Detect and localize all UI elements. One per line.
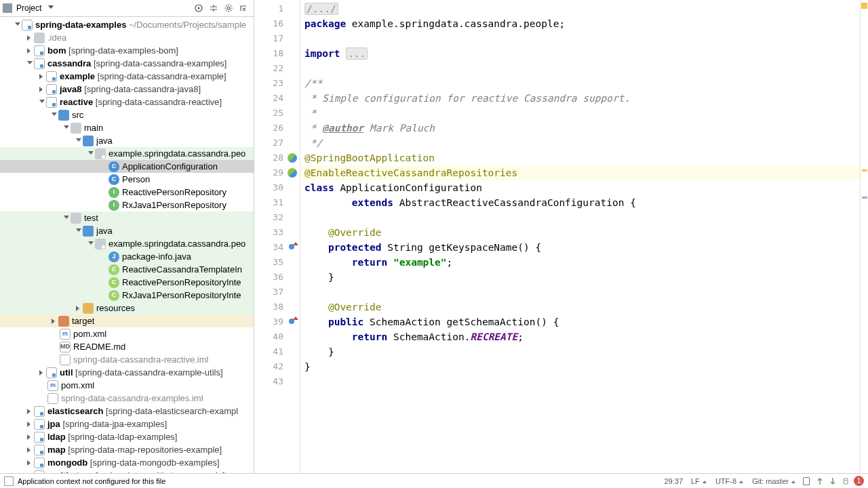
- chevron-down-icon[interactable]: [76, 228, 81, 234]
- code-line[interactable]: @SpringBootApplication: [300, 150, 860, 165]
- gutter-line[interactable]: 43: [254, 374, 300, 389]
- chevron-down-icon[interactable]: [76, 138, 81, 144]
- code-line[interactable]: * @author Mark Paluch: [300, 121, 860, 136]
- chevron-down-icon[interactable]: [64, 125, 69, 131]
- gutter-line[interactable]: 35: [254, 255, 300, 270]
- file-encoding[interactable]: UTF-8: [715, 477, 744, 485]
- gutter-line[interactable]: 34: [254, 240, 300, 255]
- stripe-mark[interactable]: [862, 169, 867, 171]
- tree-row[interactable]: MDREADME.md: [0, 340, 254, 353]
- tree-row[interactable]: cassandra [spring-data-cassandra-example…: [0, 57, 254, 70]
- caret-position[interactable]: 29:37: [664, 477, 683, 485]
- tree-row[interactable]: util [spring-data-cassandra-example-util…: [0, 366, 254, 379]
- line-separator[interactable]: LF: [691, 477, 707, 485]
- stripe-mark[interactable]: [862, 197, 867, 199]
- gutter-line[interactable]: 27: [254, 136, 300, 150]
- error-stripe[interactable]: [860, 0, 868, 473]
- tree-row[interactable]: map [spring-data-map-repositories-exampl…: [0, 443, 254, 456]
- chevron-right-icon[interactable]: [27, 48, 33, 54]
- chevron-right-icon[interactable]: [39, 74, 45, 79]
- gutter-line[interactable]: 32: [254, 210, 300, 225]
- gutter-line[interactable]: 22: [254, 61, 300, 76]
- code-line[interactable]: import ...: [300, 46, 860, 61]
- tree-row[interactable]: bom [spring-data-examples-bom]: [0, 44, 254, 57]
- tree-row[interactable]: java8 [spring-data-cassandra-java8]: [0, 83, 254, 96]
- tree-row[interactable]: main: [0, 121, 254, 134]
- gutter-line[interactable]: 25: [254, 106, 300, 121]
- tree-row[interactable]: example [spring-data-cassandra-example]: [0, 70, 254, 83]
- tree-row[interactable]: IRxJava1PersonRepository: [0, 199, 254, 211]
- tree-row[interactable]: .idea: [0, 31, 254, 44]
- chevron-right-icon[interactable]: [27, 460, 33, 466]
- chevron-right-icon[interactable]: [27, 409, 33, 414]
- gutter-line[interactable]: 38: [254, 300, 300, 314]
- code-line[interactable]: extends AbstractReactiveCassandraConfigu…: [300, 195, 860, 210]
- run-gutter-icon[interactable]: [288, 153, 297, 163]
- code-line[interactable]: protected String getKeyspaceName() {: [300, 240, 860, 255]
- tree-row[interactable]: java: [0, 224, 254, 237]
- code-line[interactable]: @EnableReactiveCassandraRepositories: [300, 165, 860, 180]
- code-line[interactable]: class ApplicationConfiguration: [300, 180, 860, 195]
- gutter-line[interactable]: 26: [254, 121, 300, 136]
- chevron-right-icon[interactable]: [27, 434, 33, 440]
- override-gutter-icon[interactable]: [288, 243, 297, 252]
- code-line[interactable]: package example.springdata.cassandra.peo…: [300, 16, 860, 31]
- chevron-right-icon[interactable]: [39, 87, 45, 92]
- chevron-down-icon[interactable]: [88, 241, 94, 247]
- code-line[interactable]: @Override: [300, 300, 860, 314]
- code-line[interactable]: *: [300, 106, 860, 121]
- chevron-right-icon[interactable]: [52, 319, 57, 324]
- tree-row[interactable]: src: [0, 108, 254, 121]
- tree-row[interactable]: test: [0, 211, 254, 224]
- code-line[interactable]: */: [300, 136, 860, 150]
- tree-row[interactable]: jpa [spring-data-jpa-examples]: [0, 418, 254, 430]
- code-line[interactable]: /.../: [300, 1, 860, 16]
- code-line[interactable]: return "example";: [300, 255, 860, 270]
- git-branch[interactable]: Git: master: [752, 477, 796, 485]
- code-line[interactable]: }: [300, 359, 860, 374]
- code-line[interactable]: [300, 31, 860, 46]
- tree-row[interactable]: spring-data-examples ~/Documents/Project…: [0, 18, 254, 31]
- gutter-line[interactable]: 28: [254, 150, 300, 165]
- tree-row[interactable]: resources: [0, 302, 254, 314]
- gutter-line[interactable]: 17: [254, 31, 300, 46]
- collapse-all-icon[interactable]: [208, 3, 219, 14]
- tree-row[interactable]: mpom.xml: [0, 327, 254, 340]
- chevron-down-icon[interactable]: [48, 5, 54, 11]
- chevron-down-icon[interactable]: [15, 22, 20, 28]
- tree-row[interactable]: mpom.xml: [0, 379, 254, 392]
- locate-icon[interactable]: [193, 3, 204, 14]
- editor-gutter[interactable]: 1161718222324252627282930313233343536373…: [254, 0, 300, 473]
- tree-row[interactable]: Jpackage-info.java: [0, 250, 254, 263]
- hector-icon[interactable]: [840, 476, 851, 487]
- vcs-incoming-icon[interactable]: [814, 476, 825, 487]
- gutter-line[interactable]: 39: [254, 314, 300, 329]
- tree-row[interactable]: CReactiveCassandraTemplateIn: [0, 263, 254, 276]
- tree-row[interactable]: target: [0, 314, 254, 327]
- gutter-line[interactable]: 24: [254, 91, 300, 106]
- code-line[interactable]: * Simple configuration for reactive Cass…: [300, 91, 860, 106]
- code-line[interactable]: [300, 61, 860, 76]
- gutter-line[interactable]: 18: [254, 46, 300, 61]
- code-line[interactable]: @Override: [300, 225, 860, 240]
- tree-row[interactable]: spring-data-cassandra-reactive.iml: [0, 353, 254, 366]
- editor-code[interactable]: /.../package example.springdata.cassandr…: [300, 0, 860, 473]
- tree-row[interactable]: CPerson: [0, 173, 254, 186]
- hide-icon[interactable]: [238, 3, 249, 14]
- gutter-line[interactable]: 36: [254, 270, 300, 285]
- chevron-right-icon[interactable]: [27, 422, 33, 427]
- chevron-down-icon[interactable]: [27, 61, 33, 66]
- chevron-right-icon[interactable]: [27, 35, 33, 41]
- lock-icon[interactable]: [803, 477, 810, 485]
- project-tree[interactable]: spring-data-examples ~/Documents/Project…: [0, 17, 254, 473]
- tree-row[interactable]: CRxJava1PersonRepositoryInte: [0, 289, 254, 302]
- tree-row[interactable]: mongodb [spring-data-mongodb-examples]: [0, 456, 254, 469]
- gutter-line[interactable]: 1: [254, 1, 300, 16]
- tree-row[interactable]: example.springdata.cassandra.peo: [0, 237, 254, 250]
- tree-row[interactable]: ldap [spring-data-ldap-examples]: [0, 430, 254, 443]
- gutter-line[interactable]: 41: [254, 344, 300, 359]
- chevron-down-icon[interactable]: [39, 100, 45, 105]
- tree-row[interactable]: reactive [spring-data-cassandra-reactive…: [0, 96, 254, 108]
- tree-row[interactable]: example.springdata.cassandra.peo: [0, 147, 254, 160]
- gear-icon[interactable]: [223, 3, 234, 14]
